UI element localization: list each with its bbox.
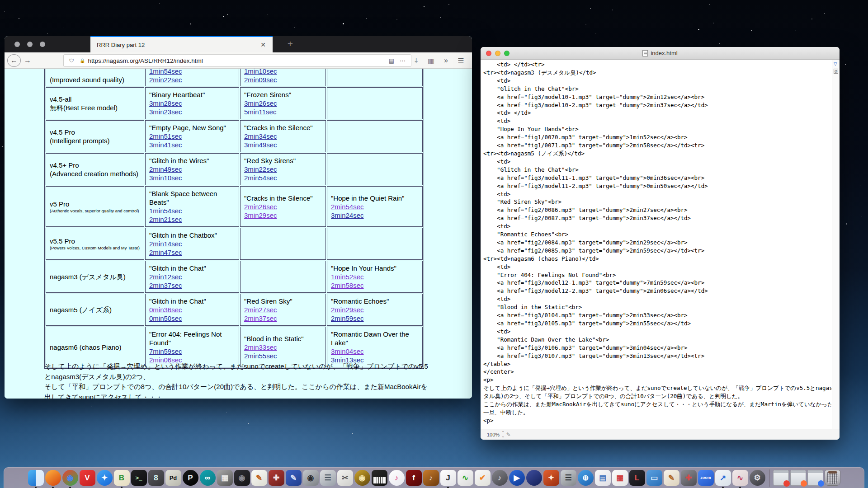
song-duration-link[interactable]: 5min11sec	[244, 108, 322, 116]
code-line[interactable]: <a href="fig3/0107.mp3" target="dummy">3…	[483, 352, 831, 360]
back-button[interactable]: ←	[7, 54, 21, 67]
code-line[interactable]: <a href="fig3/model10-2.mp3" target="dum…	[483, 101, 831, 109]
clipping-scissors-icon[interactable]: ✂	[337, 470, 353, 486]
song-duration-link[interactable]: 2min27sec	[244, 305, 322, 314]
vivaldi-icon[interactable]: V	[80, 470, 95, 486]
url-bar[interactable]: 🛡 🔒 https://nagasm.org/ASL/RRR12/index.h…	[63, 54, 411, 67]
gold-coin-icon[interactable]: ◉	[354, 470, 370, 486]
document-proxy-icon[interactable]	[642, 50, 648, 56]
song-duration-link[interactable]: 2min21sec	[149, 215, 235, 224]
code-line[interactable]: <a href="fig3/model10-1.mp3" target="dum…	[483, 93, 831, 101]
code-line[interactable]: <tr><td>nagasm3 (デスメタル臭)</td>	[483, 69, 831, 77]
robot-app-icon[interactable]: ◉	[234, 470, 250, 486]
code-line[interactable]: タル臭)の2つ、そして「平和」プロンプトでの8つ、の合計10パターン(20曲)で…	[483, 392, 831, 400]
red-orange-app-icon[interactable]: ✦	[543, 470, 559, 486]
toolbox-icon[interactable]: ✚	[269, 470, 284, 486]
code-line[interactable]: <td>	[483, 77, 831, 85]
song-duration-link[interactable]: 2min12sec	[149, 272, 235, 281]
minimize-window-button[interactable]	[27, 42, 33, 47]
safari-icon[interactable]: ✦	[97, 470, 113, 486]
song-duration-link[interactable]: 3min28sec	[149, 99, 235, 108]
page-jump-icon[interactable]: @	[834, 69, 838, 74]
song-duration-link[interactable]: 2min37sec	[244, 314, 322, 323]
song-duration-link[interactable]: 2min59sec	[331, 314, 419, 323]
dark-l-box-icon[interactable]: L	[629, 470, 645, 486]
song-duration-link[interactable]: 2min14sec	[149, 239, 235, 248]
song-duration-link[interactable]: 2min26sec	[244, 202, 322, 211]
song-duration-link[interactable]: 1min10sec	[244, 69, 322, 75]
code-line[interactable]: そして上のように「発掘→穴埋め」という作業が終わって、まだsunoでcreate…	[483, 384, 831, 392]
orange-check-icon[interactable]: ✔	[475, 470, 491, 486]
reader-mode-icon[interactable]: ▤	[389, 57, 394, 64]
midi-keyboard-icon[interactable]	[372, 470, 387, 486]
zoom-icon[interactable]: zoom	[698, 470, 714, 486]
code-line[interactable]: <td>	[483, 190, 831, 198]
code-line[interactable]: <tr><td>nagasm6 (chaos Piano)</td>	[483, 255, 831, 263]
chrome-icon[interactable]: ◉	[62, 470, 78, 486]
song-duration-link[interactable]: 3min29sec	[244, 211, 322, 220]
flash-icon[interactable]: f	[406, 470, 422, 486]
song-duration-link[interactable]: 3min10sec	[149, 174, 235, 182]
code-line[interactable]: </center>	[483, 368, 831, 376]
library-icon[interactable]: ▥	[424, 56, 439, 65]
waveform-green-icon[interactable]: ∿	[458, 470, 473, 486]
code-line[interactable]: <a href="fig2/0085.mp3" target="dummy">2…	[483, 247, 831, 255]
song-duration-link[interactable]: 2min54sec	[331, 202, 419, 211]
zoom-window-button[interactable]	[504, 51, 509, 56]
intel-chart-icon[interactable]: ↗	[715, 470, 731, 486]
close-window-button[interactable]	[14, 42, 20, 47]
firefox-window-thumbnail[interactable]	[790, 470, 806, 486]
white-doc-blue-icon[interactable]: ▤	[595, 470, 611, 486]
zoom-window-button[interactable]	[40, 42, 45, 47]
song-duration-link[interactable]: 1min54sec	[149, 206, 235, 215]
code-line[interactable]: <a href="fig3/0105.mp3" target="dummy">2…	[483, 319, 831, 328]
tab-close-icon[interactable]: ✕	[258, 41, 268, 48]
arduino-icon[interactable]: ∞	[200, 470, 216, 486]
puredata-icon[interactable]: Pd	[165, 470, 181, 486]
edit-pencil-icon[interactable]: ✎	[506, 432, 511, 438]
song-duration-link[interactable]: 2min29sec	[331, 305, 419, 314]
code-line[interactable]: "Glitch in the Chat"<br>	[483, 166, 831, 174]
youtube-blue-icon[interactable]: ▶	[509, 470, 525, 486]
code-line[interactable]: <a href="fig3/model11-1.mp3" target="dum…	[483, 174, 831, 182]
calendar-icon[interactable]: ▦	[612, 470, 628, 486]
blue-journal-icon[interactable]: ✎	[286, 470, 302, 486]
song-duration-link[interactable]: 2min22sec	[149, 75, 235, 84]
code-line[interactable]: <td> </td>	[483, 109, 831, 117]
code-line[interactable]: <a href="fig3/0106.mp3" target="dummy">3…	[483, 344, 831, 352]
grid-cube-icon[interactable]: ▦	[217, 470, 233, 486]
code-line[interactable]: "Romantic Dawn Over the Lake"<br>	[483, 336, 831, 344]
code-line[interactable]: <p>	[483, 417, 831, 425]
code-line[interactable]: <a href="fig2/0086.mp3" target="dummy">2…	[483, 206, 831, 214]
code-line[interactable]: <a href="fig2/0087.mp3" target="dummy">2…	[483, 214, 831, 222]
scroll-mode-icon[interactable]: ▽	[834, 61, 837, 66]
zoom-level-value[interactable]: 100%	[487, 432, 500, 437]
code-line[interactable]: <td>	[483, 158, 831, 166]
trash-icon[interactable]	[825, 470, 840, 486]
zoom-stepper[interactable]: ⌃⌄	[501, 431, 505, 438]
code-line[interactable]: <a href="fig3/0104.mp3" target="dummy">2…	[483, 311, 831, 319]
active-tab[interactable]: RRR Diary part 12 ✕	[90, 36, 273, 52]
song-duration-link[interactable]: 3min22sec	[244, 165, 322, 174]
code-line[interactable]: <a href="fig1/0071.mp3" target="dummy">2…	[483, 141, 831, 150]
song-duration-link[interactable]: 2min49sec	[149, 165, 235, 174]
overflow-chevrons-icon[interactable]: »	[439, 56, 453, 65]
code-line[interactable]: <p>	[483, 376, 831, 384]
song-duration-link[interactable]: 2min55sec	[244, 352, 322, 360]
blue-globe-icon[interactable]: ⊕	[578, 470, 594, 486]
code-line[interactable]: <td>	[483, 328, 831, 336]
image-capture-icon[interactable]: ◉	[303, 470, 319, 486]
song-duration-link[interactable]: 0min50sec	[149, 314, 235, 323]
system-preferences-gear-icon[interactable]: ⚙	[750, 470, 765, 486]
code-line[interactable]: 一旦、中断した。	[483, 408, 831, 417]
eight-loop-app-icon[interactable]: 8	[148, 470, 164, 486]
code-line[interactable]: "Error 404: Feelings Not Found"<br>	[483, 271, 831, 279]
song-duration-link[interactable]: 3min24sec	[331, 211, 419, 220]
editor-scrollbar[interactable]: ▽ @	[832, 60, 840, 429]
song-duration-link[interactable]: 0min36sec	[149, 305, 235, 314]
window-controls[interactable]	[14, 42, 45, 47]
notes-white-icon[interactable]: ✎	[251, 470, 267, 486]
code-line[interactable]: <a href="fig3/model11-2.mp3" target="dum…	[483, 182, 831, 190]
navy-sphere-icon[interactable]	[526, 470, 542, 486]
code-line[interactable]: <td>	[483, 295, 831, 303]
